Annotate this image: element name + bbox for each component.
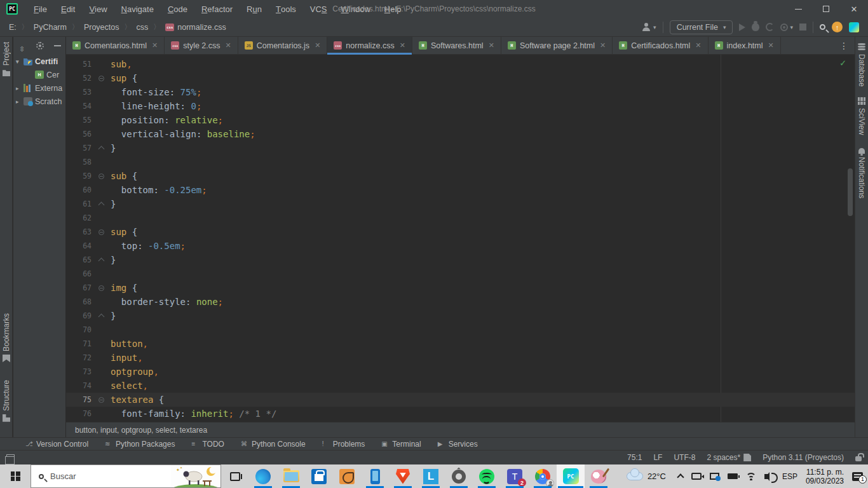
python-interpreter[interactable]: Python 3.11 (Proyectos) (763, 453, 844, 462)
taskbar-gear[interactable] (445, 464, 473, 488)
pycharm-colored-icon[interactable] (849, 22, 859, 32)
search-everywhere-button[interactable] (820, 24, 825, 30)
file-encoding[interactable]: UTF-8 (674, 453, 695, 462)
meet-now-icon[interactable] (691, 473, 702, 480)
editor-tab[interactable]: JSComentarios.js✕ (238, 37, 328, 54)
close-icon[interactable]: ✕ (400, 41, 405, 50)
inspection-ok-icon[interactable]: ✓ (840, 57, 846, 69)
fold-marker[interactable] (92, 141, 111, 155)
unlock-icon[interactable] (855, 456, 862, 461)
breadcrumb-item[interactable]: PyCharm (31, 22, 69, 33)
maximize-button[interactable] (812, 0, 840, 18)
close-button[interactable]: ✕ (840, 0, 868, 18)
tool-window-database[interactable]: Database (855, 43, 868, 86)
code-line[interactable]: 65} (66, 253, 855, 267)
menu-file[interactable]: File (27, 0, 54, 18)
fold-marker[interactable] (92, 253, 111, 267)
editor-tab[interactable]: HCertificados.html✕ (613, 37, 708, 54)
code-line[interactable]: 54 line-height: 0; (66, 99, 855, 113)
minimize-button[interactable] (784, 0, 812, 18)
breadcrumb-item[interactable]: E: (6, 22, 19, 33)
cast-icon[interactable] (710, 473, 719, 480)
editor-tab[interactable]: cssstyle 2.css✕ (165, 37, 238, 54)
task-view-button[interactable] (221, 464, 249, 488)
notification-center-icon[interactable]: 1 (852, 472, 863, 481)
taskbar-teams[interactable]: T2 (501, 464, 529, 488)
editor-tab[interactable]: cssnormalize.css✕ (327, 37, 412, 54)
weather-widget[interactable]: 22°C (623, 471, 670, 481)
run-button[interactable] (739, 24, 745, 31)
tool-window-bookmarks[interactable]: Bookmarks (0, 313, 13, 362)
close-icon[interactable]: ✕ (768, 41, 774, 50)
fold-marker[interactable] (92, 393, 111, 407)
menu-tools[interactable]: Tools (269, 0, 303, 18)
code-line[interactable]: 62 (66, 211, 855, 225)
keyboard-language[interactable]: ESP (782, 472, 797, 481)
editor-tab[interactable]: Hindex.html✕ (709, 37, 781, 54)
code-line[interactable]: 53 font-size: 75%; (66, 85, 855, 99)
tree-item[interactable]: ▸Externa (13, 81, 65, 95)
toolwindow-services[interactable]: ▶Services (438, 440, 478, 449)
code-line[interactable]: 60 bottom: -0.25em; (66, 183, 855, 197)
fold-marker[interactable] (92, 309, 111, 323)
taskbar-draw[interactable] (333, 464, 361, 488)
editor-tab[interactable]: HSoftwares.html✕ (412, 37, 501, 54)
tree-item[interactable]: HCer (13, 68, 65, 81)
code-line[interactable]: 67img { (66, 281, 855, 295)
tool-window-sciview[interactable]: SciView (855, 97, 868, 135)
clock-widget[interactable]: 11:51 p. m. 09/03/2023 (806, 468, 844, 485)
menu-help[interactable]: Help (377, 0, 409, 18)
taskbar-edge[interactable] (249, 464, 277, 488)
collapse-all-icon[interactable] (19, 43, 26, 50)
wifi-icon[interactable] (746, 473, 756, 480)
code-line[interactable]: 51sub, (66, 57, 855, 71)
menu-code[interactable]: Code (161, 0, 194, 18)
profiler-button[interactable] (766, 23, 774, 31)
taskbar-explorer[interactable] (277, 464, 305, 488)
update-available-button[interactable]: ↑ (832, 22, 843, 32)
toolwindow-python-packages[interactable]: ≋Python Packages (105, 440, 175, 449)
taskbar-phone[interactable] (361, 464, 389, 488)
tool-window-structure[interactable]: Structure (0, 380, 13, 422)
code-line[interactable]: 71button, (66, 337, 855, 351)
taskbar-search-input[interactable]: Buscar ✦ ✦ (31, 464, 221, 488)
menu-view[interactable]: View (82, 0, 114, 18)
menu-run[interactable]: Run (240, 0, 269, 18)
hide-panel-icon[interactable] (54, 45, 61, 46)
breadcrumb-item[interactable]: css (134, 22, 151, 33)
editor-tab[interactable]: HSoftware page 2.html✕ (501, 37, 613, 54)
close-icon[interactable]: ✕ (600, 41, 606, 50)
toolwindow-problems[interactable]: !Problems (322, 440, 365, 449)
code-line[interactable]: 73optgroup, (66, 365, 855, 379)
code-line[interactable]: 58 (66, 155, 855, 169)
indent-widget[interactable]: 2 spaces* (707, 453, 751, 462)
debug-button[interactable] (752, 23, 759, 31)
code-line[interactable]: 75textarea { (66, 393, 855, 407)
menu-window[interactable]: Window (334, 0, 377, 18)
close-icon[interactable]: ✕ (315, 41, 320, 50)
close-icon[interactable]: ✕ (489, 41, 494, 50)
tool-window-project[interactable]: Project (0, 42, 13, 76)
css-selector-breadcrumb[interactable]: button, input, optgroup, select, textare… (66, 422, 855, 437)
code-line[interactable]: 55 position: relative; (66, 113, 855, 127)
code-line[interactable]: 61} (66, 197, 855, 211)
toolwindow-terminal[interactable]: ▣Terminal (381, 440, 421, 449)
vertical-scrollbar[interactable] (848, 168, 853, 216)
code-line[interactable]: 52sup { (66, 71, 855, 85)
toolwindow-todo[interactable]: ≡TODO (191, 440, 224, 449)
code-line[interactable]: 74select, (66, 379, 855, 393)
code-line[interactable]: 68 border-style: none; (66, 295, 855, 309)
tree-item[interactable]: ▸Scratch (13, 95, 65, 108)
volume-icon[interactable] (764, 474, 769, 479)
menu-edit[interactable]: Edit (54, 0, 82, 18)
menu-refactor[interactable]: Refactor (194, 0, 240, 18)
tool-window-switcher-icon[interactable] (6, 454, 15, 461)
tool-window-notifications[interactable]: Notifications (855, 148, 868, 198)
fold-marker[interactable] (92, 197, 111, 211)
battery-icon[interactable] (728, 473, 738, 479)
code-line[interactable]: 63sup { (66, 225, 855, 239)
toolwindow-version-control[interactable]: ⎇Version Control (25, 440, 88, 449)
code-line[interactable]: 72input, (66, 351, 855, 365)
fold-marker[interactable] (92, 71, 111, 85)
breadcrumb-item[interactable]: cssnormalize.css (163, 22, 228, 33)
